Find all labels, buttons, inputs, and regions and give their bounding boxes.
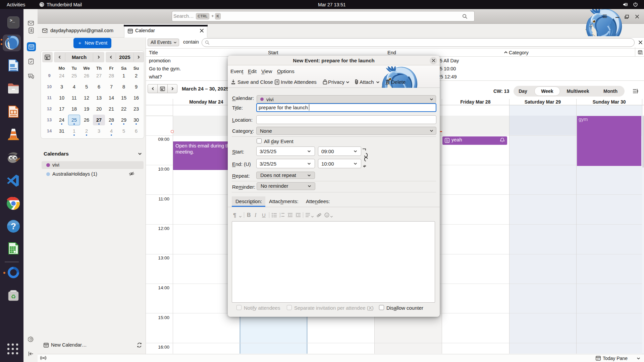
svg-text:@: @ — [45, 31, 48, 33]
svg-text:?: ? — [11, 221, 16, 231]
svg-text:27: 27 — [597, 358, 600, 360]
svg-text:♻: ♻ — [11, 294, 16, 300]
svg-text:1: 1 — [279, 213, 281, 215]
svg-text:2: 2 — [279, 215, 281, 218]
